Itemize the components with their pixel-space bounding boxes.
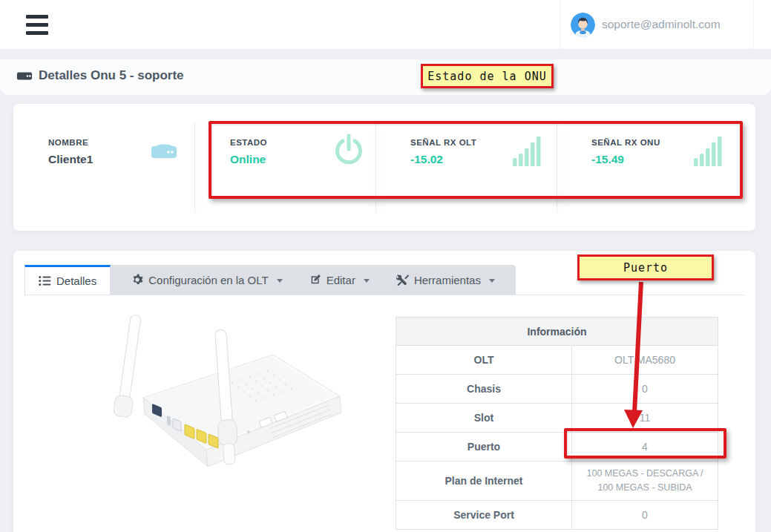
tab-bar: Detalles Configuración en la OLT [24, 265, 516, 295]
table-row: OLT OLT MA5680 [396, 346, 718, 375]
information-table: Información OLT OLT MA5680 Chasis 0 Slot… [396, 317, 718, 530]
annotation-puerto: Puerto [577, 254, 714, 280]
tab-strip: Configuración en la OLT Editar [111, 265, 516, 295]
chevron-down-icon [364, 279, 370, 283]
signal-bars-icon [511, 135, 542, 168]
signal-bars-icon [692, 135, 724, 168]
table-row: Chasis 0 [396, 375, 718, 404]
row-label-service-port: Service Port [396, 501, 572, 529]
status-item-senal-rx-onu: SEÑAL RX ONU -15.49 [557, 104, 738, 231]
annotation-estado-de-la-onu: Estado de la ONU [421, 64, 554, 88]
row-label-olt: OLT [396, 346, 572, 374]
page-title: Detalles Onu 5 - soporte [39, 68, 184, 83]
status-label: ESTADO [230, 138, 267, 147]
row-value-plan: 100 MEGAS - DESCARGA / 100 MEGAS - SUBID… [572, 462, 718, 500]
list-icon [39, 275, 51, 286]
status-value-nombre: Cliente1 [48, 153, 93, 166]
tools-icon [396, 274, 409, 286]
annotation-puerto-label: Puerto [623, 261, 668, 275]
power-icon [332, 134, 365, 169]
hamburger-bar [26, 31, 48, 35]
row-value-olt: OLT MA5680 [572, 346, 718, 374]
tab-label: Configuración en la OLT [148, 274, 268, 286]
status-value-estado: Online [230, 153, 266, 166]
row-value-puerto: 4 [572, 433, 718, 461]
table-header: Información [396, 318, 718, 346]
user-email: soporte@adminolt.com [602, 18, 721, 31]
status-label: SEÑAL RX OLT [410, 138, 476, 147]
tab-label: Editar [327, 274, 355, 286]
row-value-slot: 11 [572, 404, 718, 432]
row-value-chasis: 0 [572, 375, 718, 403]
status-item-senal-rx-olt: SEÑAL RX OLT -15.02 [376, 104, 557, 231]
row-label-slot: Slot [396, 404, 572, 432]
tab-label: Detalles [56, 275, 96, 287]
tab-herramientas[interactable]: Herramientas [383, 274, 508, 286]
status-item-estado: ESTADO Online [195, 104, 375, 231]
tab-detalles[interactable]: Detalles [24, 265, 111, 295]
onu-device-icon [16, 69, 33, 82]
chevron-down-icon [489, 279, 495, 283]
table-row: Puerto 4 [396, 433, 718, 462]
row-value-service-port: 0 [572, 501, 718, 529]
router-icon [148, 139, 180, 163]
tab-configuracion-olt[interactable]: Configuración en la OLT [118, 274, 295, 286]
table-row: Plan de Internet 100 MEGAS - DESCARGA / … [396, 462, 718, 501]
page-title-row: Detalles Onu 5 - soporte [16, 68, 184, 83]
hamburger-bar [26, 15, 48, 19]
top-navigation-bar: soporte@adminolt.com [0, 0, 771, 50]
hamburger-bar [26, 23, 48, 27]
row-label-puerto: Puerto [396, 433, 572, 461]
status-label: SEÑAL RX ONU [591, 138, 660, 147]
onu-product-image [84, 309, 355, 483]
menu-toggle-button[interactable] [26, 15, 48, 35]
annotation-estado-label: Estado de la ONU [427, 70, 547, 83]
table-row: Service Port 0 [396, 501, 718, 530]
chevron-down-icon [277, 279, 283, 283]
row-label-chasis: Chasis [396, 375, 572, 403]
row-label-plan: Plan de Internet [396, 462, 572, 500]
onu-status-card: NOMBRE Cliente1 ESTADO Online SEÑAL RX O… [13, 104, 755, 231]
user-avatar [571, 13, 595, 37]
user-menu[interactable]: soporte@adminolt.com [560, 0, 754, 49]
onu-details-card: Detalles Configuración en la OLT [13, 251, 755, 532]
table-row: Slot 11 [396, 404, 718, 433]
edit-icon [309, 274, 321, 286]
status-value-senal-rx-onu: -15.49 [591, 153, 624, 166]
tab-label: Herramientas [414, 274, 481, 286]
tab-underline [24, 295, 744, 295]
status-label: NOMBRE [48, 138, 88, 147]
status-value-senal-rx-olt: -15.02 [410, 153, 443, 166]
status-item-nombre: NOMBRE Cliente1 [13, 104, 194, 231]
tab-editar[interactable]: Editar [296, 274, 383, 286]
gear-icon [131, 274, 143, 286]
